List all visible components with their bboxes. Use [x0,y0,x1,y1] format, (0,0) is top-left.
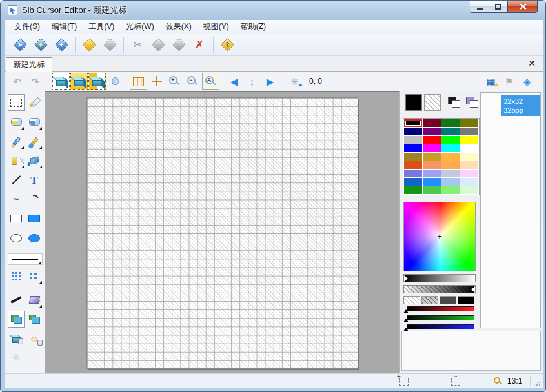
green-slider-marker[interactable] [403,318,409,322]
palette-swatch[interactable] [460,136,478,144]
pencil-tool[interactable] [8,133,25,150]
palette-swatch[interactable] [441,136,460,144]
palette-swatch[interactable] [404,144,422,152]
text-tool[interactable]: T [26,172,43,188]
palette-swatch[interactable] [404,161,422,169]
add-frame-button[interactable]: ▦★ [482,73,500,90]
new-cursor-button[interactable]: ➤ [10,35,30,55]
pattern-grid-tool[interactable] [8,268,25,284]
smooth-stroke-tool[interactable] [8,291,25,308]
palette-swatch[interactable] [460,161,478,169]
zoom-in-button[interactable]: + [166,73,183,90]
save-button[interactable] [79,35,99,55]
palette-swatch[interactable] [441,186,460,194]
test-cursor-tool[interactable]: ☺ [26,330,43,347]
minimize-button[interactable] [470,1,489,13]
palette-swatch[interactable] [441,178,460,186]
hotspot-button[interactable]: ✳➤ [286,73,303,90]
palette-swatch[interactable] [460,170,478,177]
crosshair-button[interactable] [148,73,165,90]
alpha-preset-dark[interactable] [440,296,456,304]
pixel-canvas[interactable] [86,97,358,369]
title-bar[interactable]: Sib Cursor Editor - 新建光标 [1,1,545,20]
swap-colors-icon[interactable] [466,97,478,108]
menu-item-edit[interactable]: 编辑(T) [46,20,83,34]
palette-swatch[interactable] [423,128,441,135]
palette-swatch[interactable] [441,161,460,169]
blue-slider[interactable] [403,324,474,329]
close-tab-icon[interactable]: ✕ [527,57,537,69]
palette-swatch[interactable] [441,170,460,177]
palette-swatch[interactable] [404,178,422,186]
layers-button[interactable]: ◈ [518,73,536,90]
filled-rectangle-tool[interactable] [26,210,43,227]
frame-item[interactable]: 32x32 32bpp [501,95,540,116]
open-button[interactable]: ✦ [51,35,72,55]
draw-opaque-button[interactable] [52,73,70,90]
palette-swatch[interactable] [441,128,460,135]
filled-ellipse-tool[interactable] [26,230,43,246]
foreground-background-icon[interactable] [448,97,460,108]
help-button[interactable]: ? [217,35,238,55]
draw-half-button[interactable] [88,73,106,90]
preview-3d-tool[interactable] [8,330,25,347]
palette-swatch[interactable] [460,178,478,186]
draw-matte-button[interactable] [70,73,88,90]
current-color-swatch[interactable] [405,94,422,111]
green-slider[interactable] [403,315,474,320]
brush-tool[interactable] [26,133,43,150]
palette-swatch[interactable] [460,119,478,127]
curve-tool[interactable]: ~ [8,191,25,208]
palette-swatch[interactable] [423,178,441,186]
luminance-slider[interactable] [403,274,476,282]
palette-swatch[interactable] [441,153,460,161]
red-slider[interactable] [403,306,474,311]
zoom-actual-button[interactable]: A [202,73,219,90]
pan-left-button[interactable]: ◀ [225,73,243,90]
menu-item-view[interactable]: 视图(Y) [197,20,235,34]
pattern-scatter-tool[interactable] [26,268,43,284]
palette-swatch[interactable] [423,119,441,127]
red-slider-marker[interactable] [403,309,409,313]
delete-button[interactable]: ✗ [189,35,210,55]
pan-right-button[interactable]: ▶ [261,73,279,90]
color-replacer-tool[interactable] [26,113,43,130]
fill-tool[interactable] [26,152,43,169]
new-from-image-button[interactable]: ✚ [30,35,51,55]
palette-swatch[interactable] [423,136,441,144]
palette-swatch[interactable] [404,119,422,127]
palette-swatch[interactable] [423,170,441,177]
line-tool[interactable] [8,172,25,188]
swap-windows-tool[interactable] [8,311,25,328]
palette-swatch[interactable] [441,119,460,127]
palette-swatch[interactable] [423,161,441,169]
maximize-button[interactable] [489,1,508,13]
palette-swatch[interactable] [423,144,441,152]
ellipse-tool[interactable] [8,230,25,246]
palette-swatch[interactable] [423,153,441,161]
palette-swatch[interactable] [460,128,478,135]
apply-layer-tool[interactable] [26,291,43,308]
alpha-preset-opaque[interactable] [458,296,474,304]
hue-saturation-picker[interactable]: + [403,202,476,271]
select-tool[interactable] [8,94,25,111]
line-width-selector[interactable] [8,253,43,265]
palette-swatch[interactable] [404,136,422,144]
color-picker-tool[interactable] [26,94,43,111]
menu-item-tools[interactable]: 工具(V) [83,20,120,34]
arc-tool[interactable] [26,191,43,208]
zoom-out-button[interactable]: − [184,73,201,90]
tab-new-cursor[interactable]: 新建光标 [6,57,52,72]
menu-item-file[interactable]: 文件(S) [8,20,46,34]
palette-swatch[interactable] [404,153,422,161]
center-image-button[interactable]: ↕ [243,73,261,90]
palette-swatch[interactable] [404,186,422,194]
tile-windows-tool[interactable] [26,311,43,328]
resize-grip[interactable] [533,378,541,387]
grid-toggle-button[interactable] [130,73,147,90]
alpha-preset-medium[interactable] [421,296,438,304]
rectangle-tool[interactable] [8,210,25,227]
menu-item-help[interactable]: 帮助(Z) [235,20,272,34]
palette-swatch[interactable] [460,153,478,161]
palette-swatch[interactable] [404,170,422,177]
